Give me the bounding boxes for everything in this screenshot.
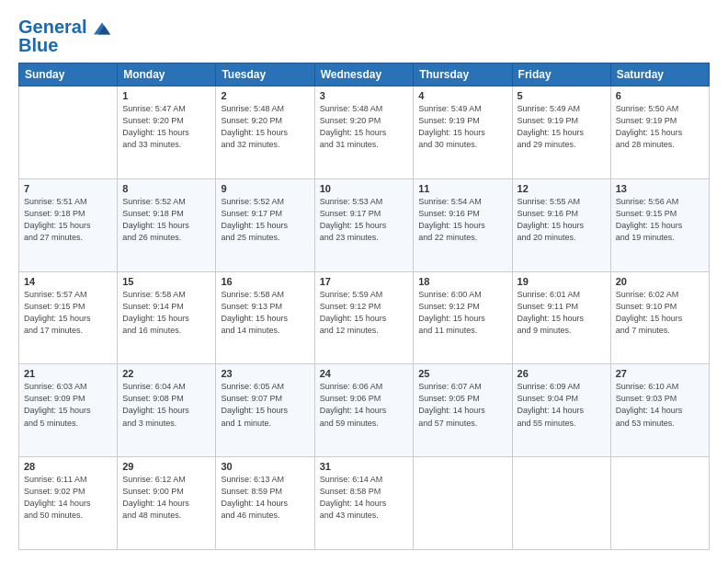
calendar-cell: 8Sunrise: 5:52 AM Sunset: 9:18 PM Daylig… [118, 178, 216, 271]
day-info: Sunrise: 5:55 AM Sunset: 9:16 PM Dayligh… [518, 196, 606, 244]
calendar-cell: 2Sunrise: 5:48 AM Sunset: 9:20 PM Daylig… [216, 86, 314, 179]
weekday-header: Wednesday [314, 63, 414, 86]
calendar-cell: 12Sunrise: 5:55 AM Sunset: 9:16 PM Dayli… [512, 178, 610, 271]
weekday-header: Sunday [19, 63, 118, 86]
day-info: Sunrise: 6:10 AM Sunset: 9:03 PM Dayligh… [616, 381, 704, 429]
calendar-cell: 19Sunrise: 6:01 AM Sunset: 9:11 PM Dayli… [512, 271, 610, 364]
day-number: 10 [320, 183, 409, 194]
day-info: Sunrise: 5:48 AM Sunset: 9:20 PM Dayligh… [320, 103, 409, 151]
logo-text-general: General [18, 17, 110, 37]
day-number: 11 [418, 183, 506, 194]
calendar-cell: 21Sunrise: 6:03 AM Sunset: 9:09 PM Dayli… [19, 364, 118, 457]
day-number: 27 [616, 368, 704, 379]
day-info: Sunrise: 6:05 AM Sunset: 9:07 PM Dayligh… [221, 381, 309, 429]
calendar-cell: 16Sunrise: 5:58 AM Sunset: 9:13 PM Dayli… [216, 271, 314, 364]
day-number: 22 [122, 368, 210, 379]
logo-icon [94, 22, 110, 35]
day-number: 9 [221, 183, 309, 194]
day-number: 23 [221, 368, 309, 379]
day-info: Sunrise: 5:52 AM Sunset: 9:17 PM Dayligh… [221, 196, 309, 244]
day-info: Sunrise: 5:48 AM Sunset: 9:20 PM Dayligh… [221, 103, 309, 151]
day-number: 13 [616, 183, 704, 194]
weekday-header: Friday [512, 63, 610, 86]
calendar-cell: 28Sunrise: 6:11 AM Sunset: 9:02 PM Dayli… [19, 457, 118, 550]
calendar-cell: 9Sunrise: 5:52 AM Sunset: 9:17 PM Daylig… [216, 178, 314, 271]
calendar-week-row: 1Sunrise: 5:47 AM Sunset: 9:20 PM Daylig… [19, 86, 710, 179]
day-number: 30 [221, 461, 309, 472]
calendar-cell: 11Sunrise: 5:54 AM Sunset: 9:16 PM Dayli… [414, 178, 512, 271]
day-number: 5 [518, 90, 606, 101]
weekday-header: Thursday [414, 63, 512, 86]
day-info: Sunrise: 5:50 AM Sunset: 9:19 PM Dayligh… [616, 103, 704, 151]
calendar-cell [512, 457, 610, 550]
calendar-cell: 5Sunrise: 5:49 AM Sunset: 9:19 PM Daylig… [512, 86, 610, 179]
calendar-cell: 31Sunrise: 6:14 AM Sunset: 8:58 PM Dayli… [314, 457, 414, 550]
day-info: Sunrise: 6:07 AM Sunset: 9:05 PM Dayligh… [418, 381, 506, 429]
day-info: Sunrise: 6:02 AM Sunset: 9:10 PM Dayligh… [616, 289, 704, 337]
day-number: 26 [518, 368, 606, 379]
calendar-cell: 13Sunrise: 5:56 AM Sunset: 9:15 PM Dayli… [610, 178, 709, 271]
day-number: 24 [320, 368, 409, 379]
calendar-cell: 4Sunrise: 5:49 AM Sunset: 9:19 PM Daylig… [414, 86, 512, 179]
day-info: Sunrise: 5:49 AM Sunset: 9:19 PM Dayligh… [518, 103, 606, 151]
day-number: 12 [518, 183, 606, 194]
day-info: Sunrise: 5:56 AM Sunset: 9:15 PM Dayligh… [616, 196, 704, 244]
calendar-cell [610, 457, 709, 550]
logo: General Blue [18, 17, 110, 55]
calendar-cell: 18Sunrise: 6:00 AM Sunset: 9:12 PM Dayli… [414, 271, 512, 364]
day-info: Sunrise: 6:03 AM Sunset: 9:09 PM Dayligh… [24, 381, 112, 429]
calendar-cell: 3Sunrise: 5:48 AM Sunset: 9:20 PM Daylig… [314, 86, 414, 179]
calendar-cell: 23Sunrise: 6:05 AM Sunset: 9:07 PM Dayli… [216, 364, 314, 457]
calendar-header-row: SundayMondayTuesdayWednesdayThursdayFrid… [19, 63, 710, 86]
calendar-cell: 25Sunrise: 6:07 AM Sunset: 9:05 PM Dayli… [414, 364, 512, 457]
calendar-week-row: 28Sunrise: 6:11 AM Sunset: 9:02 PM Dayli… [19, 457, 710, 550]
calendar-cell: 22Sunrise: 6:04 AM Sunset: 9:08 PM Dayli… [118, 364, 216, 457]
day-info: Sunrise: 6:11 AM Sunset: 9:02 PM Dayligh… [24, 474, 112, 522]
day-number: 19 [518, 276, 606, 287]
day-info: Sunrise: 6:04 AM Sunset: 9:08 PM Dayligh… [122, 381, 210, 429]
day-number: 14 [24, 276, 112, 287]
weekday-header: Monday [118, 63, 216, 86]
day-number: 6 [616, 90, 704, 101]
day-info: Sunrise: 5:49 AM Sunset: 9:19 PM Dayligh… [418, 103, 506, 151]
day-info: Sunrise: 5:52 AM Sunset: 9:18 PM Dayligh… [122, 196, 210, 244]
day-info: Sunrise: 6:12 AM Sunset: 9:00 PM Dayligh… [122, 474, 210, 522]
day-info: Sunrise: 6:01 AM Sunset: 9:11 PM Dayligh… [518, 289, 606, 337]
day-number: 20 [616, 276, 704, 287]
day-number: 3 [320, 90, 409, 101]
day-info: Sunrise: 5:47 AM Sunset: 9:20 PM Dayligh… [122, 103, 210, 151]
calendar-cell: 26Sunrise: 6:09 AM Sunset: 9:04 PM Dayli… [512, 364, 610, 457]
day-info: Sunrise: 5:53 AM Sunset: 9:17 PM Dayligh… [320, 196, 409, 244]
calendar-cell: 10Sunrise: 5:53 AM Sunset: 9:17 PM Dayli… [314, 178, 414, 271]
day-number: 25 [418, 368, 506, 379]
calendar-cell: 27Sunrise: 6:10 AM Sunset: 9:03 PM Dayli… [610, 364, 709, 457]
day-info: Sunrise: 5:58 AM Sunset: 9:13 PM Dayligh… [221, 289, 309, 337]
calendar-cell: 20Sunrise: 6:02 AM Sunset: 9:10 PM Dayli… [610, 271, 709, 364]
day-number: 17 [320, 276, 409, 287]
day-number: 8 [122, 183, 210, 194]
day-number: 18 [418, 276, 506, 287]
calendar-table: SundayMondayTuesdayWednesdayThursdayFrid… [18, 63, 710, 550]
day-number: 2 [221, 90, 309, 101]
day-number: 1 [122, 90, 210, 101]
day-info: Sunrise: 5:58 AM Sunset: 9:14 PM Dayligh… [122, 289, 210, 337]
calendar-cell: 24Sunrise: 6:06 AM Sunset: 9:06 PM Dayli… [314, 364, 414, 457]
calendar-cell [414, 457, 512, 550]
calendar-cell: 7Sunrise: 5:51 AM Sunset: 9:18 PM Daylig… [19, 178, 118, 271]
day-info: Sunrise: 6:09 AM Sunset: 9:04 PM Dayligh… [518, 381, 606, 429]
day-number: 21 [24, 368, 112, 379]
day-info: Sunrise: 5:51 AM Sunset: 9:18 PM Dayligh… [24, 196, 112, 244]
day-number: 28 [24, 461, 112, 472]
day-number: 7 [24, 183, 112, 194]
calendar-cell: 30Sunrise: 6:13 AM Sunset: 8:59 PM Dayli… [216, 457, 314, 550]
calendar-cell: 6Sunrise: 5:50 AM Sunset: 9:19 PM Daylig… [610, 86, 709, 179]
day-info: Sunrise: 5:59 AM Sunset: 9:12 PM Dayligh… [320, 289, 409, 337]
day-info: Sunrise: 6:13 AM Sunset: 8:59 PM Dayligh… [221, 474, 309, 522]
day-number: 15 [122, 276, 210, 287]
day-info: Sunrise: 6:14 AM Sunset: 8:58 PM Dayligh… [320, 474, 409, 522]
day-number: 16 [221, 276, 309, 287]
calendar-cell: 1Sunrise: 5:47 AM Sunset: 9:20 PM Daylig… [118, 86, 216, 179]
calendar-cell: 29Sunrise: 6:12 AM Sunset: 9:00 PM Dayli… [118, 457, 216, 550]
calendar-cell [19, 86, 118, 179]
calendar-cell: 14Sunrise: 5:57 AM Sunset: 9:15 PM Dayli… [19, 271, 118, 364]
